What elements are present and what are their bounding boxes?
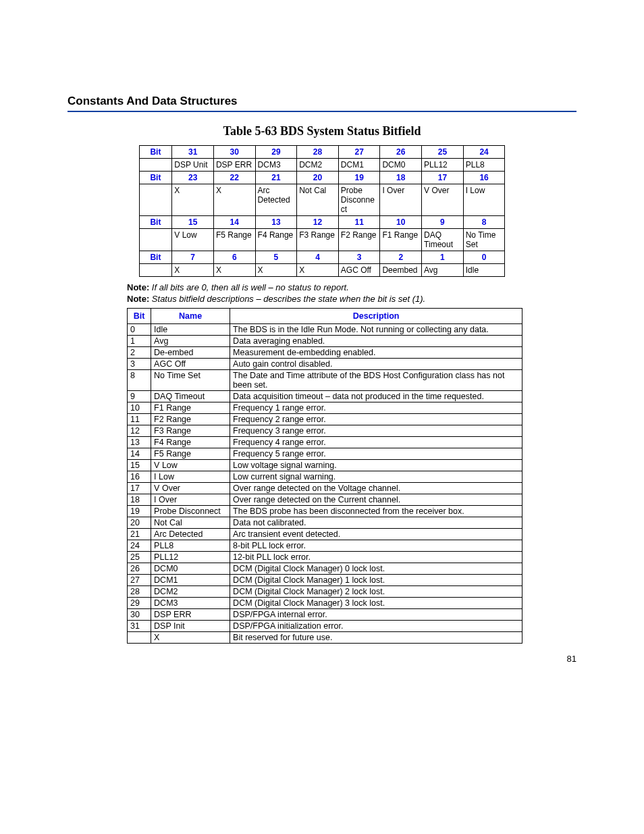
cell-name: Arc Detected: [151, 529, 230, 540]
cell-desc: Data acquisition timeout – data not prod…: [230, 391, 522, 402]
cell-bit: 10: [128, 402, 151, 414]
col-name: Name: [151, 309, 230, 324]
cell-bit: 19: [128, 506, 151, 517]
table-row: 20Not CalData not calibrated.: [128, 517, 522, 529]
cell-desc: Low current signal warning.: [230, 471, 522, 483]
bit-name-cell: Deembed: [380, 264, 422, 277]
cell-desc: Data not calibrated.: [230, 517, 522, 529]
cell-bit: 1: [128, 336, 151, 347]
cell-name: F1 Range: [151, 402, 230, 414]
cell-desc: The Date and Time attribute of the BDS H…: [230, 370, 522, 391]
table-row: 17V OverOver range detected on the Volta…: [128, 483, 522, 494]
bit-number: 12: [297, 216, 339, 229]
bit-number: 21: [255, 172, 297, 184]
table-row: 13F4 RangeFrequency 4 range error.: [128, 437, 522, 448]
cell-name: DSP Init: [151, 621, 230, 632]
cell-name: DSP ERR: [151, 609, 230, 621]
table-row: 16I LowLow current signal warning.: [128, 471, 522, 483]
bit-name-cell: DAQ Timeout: [422, 229, 464, 251]
bit-name-cell: Idle: [463, 264, 505, 277]
col-bit: Bit: [128, 309, 151, 324]
section-heading: Constants And Data Structures: [68, 95, 576, 112]
bit-number: 2: [380, 251, 422, 264]
bit-row-label: Bit: [139, 172, 172, 184]
bit-name-cell: DCM0: [380, 159, 422, 172]
table-row: 24PLL88-bit PLL lock error.: [128, 540, 522, 552]
cell-bit: 24: [128, 540, 151, 552]
cell-desc: DCM (Digital Clock Manager) 3 lock lost.: [230, 598, 522, 609]
bit-number: 26: [380, 146, 422, 159]
cell-bit: 3: [128, 359, 151, 370]
cell-bit: 0: [128, 324, 151, 336]
cell-bit: 14: [128, 448, 151, 460]
cell-bit: 20: [128, 517, 151, 529]
note-label: Note:: [127, 294, 149, 304]
cell-name: AGC Off: [151, 359, 230, 370]
bit-number: 7: [172, 251, 214, 264]
cell-desc: Frequency 1 range error.: [230, 402, 522, 414]
table-row: 10F1 RangeFrequency 1 range error.: [128, 402, 522, 414]
cell-name: I Over: [151, 494, 230, 506]
cell-bit: 18: [128, 494, 151, 506]
cell-name: V Over: [151, 483, 230, 494]
bit-name-cell: I Over: [380, 184, 422, 216]
cell-bit: 25: [128, 552, 151, 563]
cell-bit: 9: [128, 391, 151, 402]
note-label: Note:: [127, 282, 149, 292]
cell-desc: Over range detected on the Voltage chann…: [230, 483, 522, 494]
bit-name-cell: Not Cal: [297, 184, 339, 216]
cell-desc: Bit reserved for future use.: [230, 632, 522, 644]
table-row: 15V LowLow voltage signal warning.: [128, 460, 522, 471]
bit-name-cell: X: [213, 264, 255, 277]
cell-desc: Frequency 2 range error.: [230, 414, 522, 425]
bit-number: 1: [422, 251, 464, 264]
cell-bit: 11: [128, 414, 151, 425]
bit-number: 19: [338, 172, 380, 184]
bit-name-cell: DCM1: [338, 159, 380, 172]
cell-name: F4 Range: [151, 437, 230, 448]
cell-bit: 15: [128, 460, 151, 471]
table-row: 25PLL1212-bit PLL lock error.: [128, 552, 522, 563]
bit-number: 13: [255, 216, 297, 229]
cell-bit: [128, 632, 151, 644]
cell-desc: 8-bit PLL lock error.: [230, 540, 522, 552]
cell-name: V Low: [151, 460, 230, 471]
bit-number: 23: [172, 172, 214, 184]
bit-name-cell: X: [172, 264, 214, 277]
bit-name-cell: F2 Range: [338, 229, 380, 251]
bit-row-label: Bit: [139, 216, 172, 229]
cell-name: DAQ Timeout: [151, 391, 230, 402]
cell-desc: Frequency 4 range error.: [230, 437, 522, 448]
bit-name-cell: F4 Range: [255, 229, 297, 251]
bit-name-cell: X: [297, 264, 339, 277]
bit-name-cell: No Time Set: [463, 229, 505, 251]
cell-desc: DCM (Digital Clock Manager) 1 lock lost.: [230, 575, 522, 586]
table-row: 14F5 RangeFrequency 5 range error.: [128, 448, 522, 460]
bit-number: 29: [255, 146, 297, 159]
bit-number: 3: [338, 251, 380, 264]
cell-bit: 13: [128, 437, 151, 448]
bit-name-cell: X: [172, 184, 214, 216]
cell-desc: 12-bit PLL lock error.: [230, 552, 522, 563]
bit-number: 4: [297, 251, 339, 264]
bit-number: 31: [172, 146, 214, 159]
cell-name: Avg: [151, 336, 230, 347]
cell-desc: Over range detected on the Current chann…: [230, 494, 522, 506]
bit-number: 15: [172, 216, 214, 229]
col-desc: Description: [230, 309, 522, 324]
bit-number: 0: [463, 251, 505, 264]
table-row: 1AvgData averaging enabled.: [128, 336, 522, 347]
page-number: 81: [567, 654, 576, 664]
table-header-row: Bit Name Description: [128, 309, 522, 324]
bit-row-empty: [139, 229, 172, 251]
bit-name-cell: Avg: [422, 264, 464, 277]
table-row: 9DAQ TimeoutData acquisition timeout – d…: [128, 391, 522, 402]
bit-number: 5: [255, 251, 297, 264]
cell-name: PLL8: [151, 540, 230, 552]
bit-number: 6: [213, 251, 255, 264]
cell-desc: Frequency 3 range error.: [230, 425, 522, 437]
table-row: 30DSP ERRDSP/FPGA internal error.: [128, 609, 522, 621]
cell-desc: The BDS probe has been disconnected from…: [230, 506, 522, 517]
note-text: If all bits are 0, then all is well – no…: [152, 282, 349, 292]
bit-name-cell: PLL8: [463, 159, 505, 172]
